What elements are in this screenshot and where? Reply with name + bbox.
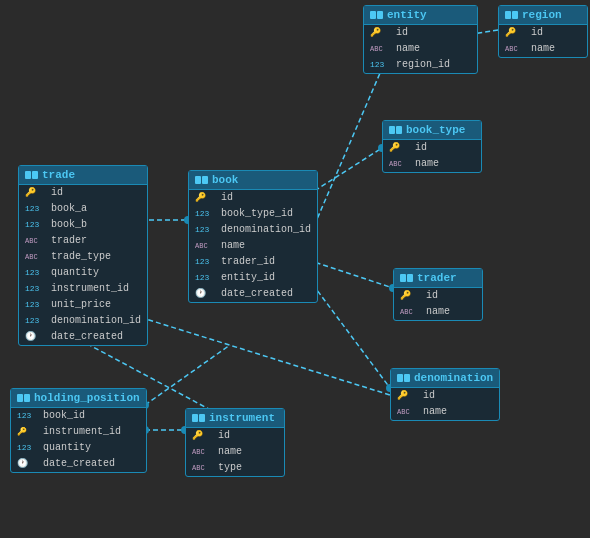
- field-trade-denomination_id: 123 denomination_id: [19, 313, 147, 329]
- table-icon-trade: [25, 171, 38, 179]
- table-entity[interactable]: entity 🔑 id ABC name 123 region_id: [363, 5, 478, 74]
- field-icon-pk: 🔑: [25, 186, 47, 200]
- table-header-holding_position: holding_position: [11, 389, 146, 408]
- svg-line-4: [308, 278, 390, 388]
- table-book[interactable]: book 🔑 id 123 book_type_id 123 denominat…: [188, 170, 318, 303]
- table-region[interactable]: region 🔑 id ABC name: [498, 5, 588, 58]
- field-icon-pk: 🔑: [370, 26, 392, 40]
- field-trade-instrument_id: 123 instrument_id: [19, 281, 147, 297]
- field-entity-name: ABC name: [364, 41, 477, 57]
- field-icon-num: 123: [25, 218, 47, 232]
- table-header-denomination: denomination: [391, 369, 499, 388]
- table-title-instrument: instrument: [209, 412, 275, 424]
- field-icon-abc: ABC: [192, 461, 214, 475]
- field-icon-pk: 🔑: [397, 389, 419, 403]
- svg-line-2: [308, 148, 382, 195]
- field-entity-region_id: 123 region_id: [364, 57, 477, 73]
- field-icon-num: 123: [17, 409, 39, 423]
- field-trader-name: ABC name: [394, 304, 482, 320]
- field-icon-num: 123: [25, 314, 47, 328]
- field-trade-book_b: 123 book_b: [19, 217, 147, 233]
- table-header-trader: trader: [394, 269, 482, 288]
- field-trade-book_a: 123 book_a: [19, 201, 147, 217]
- field-icon-num: 123: [195, 223, 217, 237]
- table-icon-trader: [400, 274, 413, 282]
- field-book-trader_id: 123 trader_id: [189, 254, 317, 270]
- table-icon-book_type: [389, 126, 402, 134]
- field-book-book_type_id: 123 book_type_id: [189, 206, 317, 222]
- field-instrument-id: 🔑 id: [186, 428, 284, 444]
- table-icon-entity: [370, 11, 383, 19]
- svg-line-7: [145, 345, 230, 405]
- field-book-entity_id: 123 entity_id: [189, 270, 317, 286]
- table-title-trade: trade: [42, 169, 75, 181]
- field-icon-num: 123: [370, 58, 392, 72]
- table-title-holding_position: holding_position: [34, 392, 140, 404]
- field-icon-num: 123: [195, 207, 217, 221]
- table-title-trader: trader: [417, 272, 457, 284]
- field-denomination-name: ABC name: [391, 404, 499, 420]
- field-icon-pk: 🔑: [192, 429, 214, 443]
- field-icon-abc: ABC: [389, 157, 411, 171]
- table-trader[interactable]: trader 🔑 id ABC name: [393, 268, 483, 321]
- field-icon-abc: ABC: [397, 405, 419, 419]
- table-denomination[interactable]: denomination 🔑 id ABC name: [390, 368, 500, 421]
- table-holding_position[interactable]: holding_position 123 book_id 🔑 instrumen…: [10, 388, 147, 473]
- field-region-name: ABC name: [499, 41, 587, 57]
- table-header-trade: trade: [19, 166, 147, 185]
- field-icon-abc: ABC: [192, 445, 214, 459]
- field-trade-trader: ABC trader: [19, 233, 147, 249]
- field-book_type-name: ABC name: [383, 156, 481, 172]
- field-icon-pk: 🔑: [389, 141, 411, 155]
- table-header-entity: entity: [364, 6, 477, 25]
- field-icon-num: 🔑: [17, 425, 39, 439]
- table-icon-denomination: [397, 374, 410, 382]
- field-icon-pk: 🔑: [505, 26, 527, 40]
- table-trade[interactable]: trade 🔑 id 123 book_a 123 book_b ABC tra…: [18, 165, 148, 346]
- field-denomination-id: 🔑 id: [391, 388, 499, 404]
- table-icon-instrument: [192, 414, 205, 422]
- table-icon-holding_position: [17, 394, 30, 402]
- field-trader-id: 🔑 id: [394, 288, 482, 304]
- table-instrument[interactable]: instrument 🔑 id ABC name ABC type: [185, 408, 285, 477]
- table-title-entity: entity: [387, 9, 427, 21]
- field-trade-date_created: 🕐 date_created: [19, 329, 147, 345]
- field-holding-quantity: 123 quantity: [11, 440, 146, 456]
- field-icon-date: 🕐: [25, 330, 47, 344]
- svg-line-6: [133, 315, 390, 395]
- table-title-region: region: [522, 9, 562, 21]
- table-title-book_type: book_type: [406, 124, 465, 136]
- table-header-book: book: [189, 171, 317, 190]
- table-icon-region: [505, 11, 518, 19]
- erd-canvas: entity 🔑 id ABC name 123 region_id regio…: [0, 0, 590, 538]
- field-book_type-id: 🔑 id: [383, 140, 481, 156]
- field-region-id: 🔑 id: [499, 25, 587, 41]
- field-icon-abc: ABC: [400, 305, 422, 319]
- field-book-id: 🔑 id: [189, 190, 317, 206]
- field-icon-abc: ABC: [25, 250, 47, 264]
- field-holding-date_created: 🕐 date_created: [11, 456, 146, 472]
- field-icon-num: 123: [25, 282, 47, 296]
- table-header-region: region: [499, 6, 587, 25]
- field-icon-date: 🕐: [195, 287, 217, 301]
- table-book_type[interactable]: book_type 🔑 id ABC name: [382, 120, 482, 173]
- field-holding-instrument_id: 🔑 instrument_id: [11, 424, 146, 440]
- field-icon-abc: ABC: [505, 42, 527, 56]
- field-book-date_created: 🕐 date_created: [189, 286, 317, 302]
- field-trade-quantity: 123 quantity: [19, 265, 147, 281]
- table-icon-book: [195, 176, 208, 184]
- field-icon-abc: ABC: [370, 42, 392, 56]
- field-icon-num: 123: [25, 202, 47, 216]
- table-header-instrument: instrument: [186, 409, 284, 428]
- field-book-denomination_id: 123 denomination_id: [189, 222, 317, 238]
- field-trade-trade_type: ABC trade_type: [19, 249, 147, 265]
- field-icon-num: 123: [195, 271, 217, 285]
- field-book-name: ABC name: [189, 238, 317, 254]
- field-instrument-type: ABC type: [186, 460, 284, 476]
- field-holding-book_id: 123 book_id: [11, 408, 146, 424]
- field-icon-abc: ABC: [195, 239, 217, 253]
- table-title-book: book: [212, 174, 238, 186]
- svg-line-3: [308, 260, 393, 288]
- field-icon-num: 123: [195, 255, 217, 269]
- field-icon-date: 🕐: [17, 457, 39, 471]
